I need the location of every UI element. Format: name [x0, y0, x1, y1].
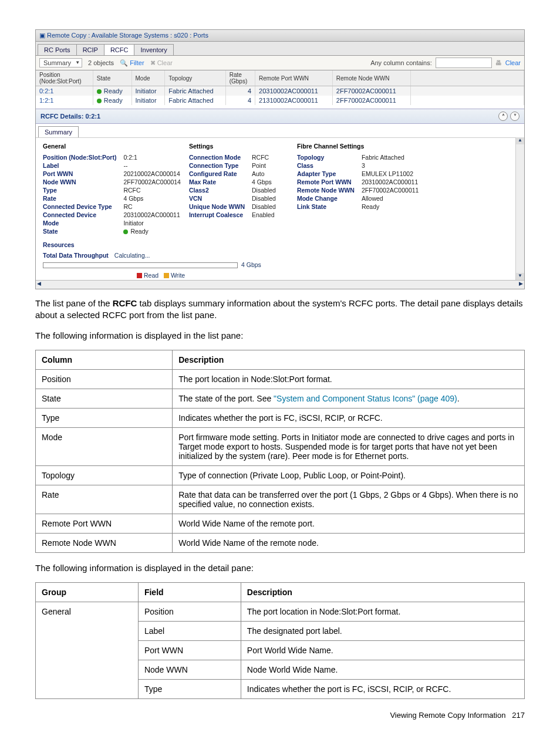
- vertical-scrollbar[interactable]: ▲ ▼: [515, 137, 524, 280]
- tab-rcip[interactable]: RCIP: [76, 44, 104, 55]
- grid-row[interactable]: 0:2:1 Ready Initiator Fabric Attached 4 …: [36, 86, 524, 96]
- page-footer: Viewing Remote Copy Information 217: [35, 711, 525, 720]
- view-dropdown[interactable]: Summary ▼: [39, 58, 82, 67]
- throughput-scale: 4 Gbps: [241, 261, 261, 268]
- table-row: Remote Port WWNWorld Wide Name of the re…: [36, 514, 525, 533]
- col-rate[interactable]: Rate(Gbps): [225, 70, 255, 86]
- col-topology[interactable]: Topology: [165, 70, 225, 86]
- paragraph-3: The following information is displayed i…: [35, 562, 525, 574]
- filter-link[interactable]: 🔍 Filter: [120, 59, 144, 67]
- table-row: RateRate that data can be transferred ov…: [36, 485, 525, 514]
- any-column-contains-label: Any column contains:: [370, 59, 432, 66]
- grid-row[interactable]: 1:2:1 Ready Initiator Fabric Attached 4 …: [36, 96, 524, 105]
- table-row: ModePort firmware mode setting. Ports in…: [36, 427, 525, 465]
- group-cell: General: [36, 602, 139, 699]
- col-header-field: Field: [138, 583, 241, 602]
- table-row: State The state of the port. See "System…: [36, 389, 525, 408]
- view-dropdown-label: Summary: [43, 59, 71, 66]
- collapse-up-icon[interactable]: ˄: [498, 112, 508, 121]
- legend-write-swatch: [164, 273, 169, 278]
- clear-link-disabled: ✖ Clear: [150, 59, 173, 67]
- toolbar: Summary ▼ 2 objects 🔍 Filter ✖ Clear Any…: [36, 55, 524, 70]
- fcs-section: Fibre Channel Settings Topology Class Ad…: [297, 143, 432, 235]
- resources-section: Resources Total Data Throughput Calculat…: [36, 238, 524, 280]
- col-header-column: Column: [36, 350, 173, 369]
- legend-read-swatch: [137, 273, 142, 278]
- detail-pane-table: Group Field Description General Position…: [35, 582, 525, 699]
- tdt-label: Total Data Throughput: [43, 252, 109, 259]
- detail-subtabs: Summary: [36, 124, 524, 137]
- col-header-group: Group: [36, 583, 139, 602]
- tdt-value: Calculating...: [114, 252, 150, 259]
- tab-rc-ports[interactable]: RC Ports: [38, 44, 77, 55]
- table-row: Remote Node WWNWorld Wide Name of the re…: [36, 533, 525, 552]
- table-row: TopologyType of connection (Private Loop…: [36, 465, 525, 485]
- paragraph-1: The list pane of the RCFC tab displays s…: [35, 298, 525, 322]
- table-row: PositionThe port location in Node:Slot:P…: [36, 369, 525, 389]
- col-header-description: Description: [173, 350, 525, 369]
- general-heading: General: [43, 143, 181, 150]
- clear-link[interactable]: Clear: [505, 59, 521, 66]
- list-pane-table: Column Description PositionThe port loca…: [35, 350, 525, 553]
- col-header-description2: Description: [241, 583, 524, 602]
- tab-rcfc[interactable]: RCFC: [104, 44, 135, 55]
- window-title: ▣Remote Copy : Available Storage Systems…: [36, 30, 524, 42]
- settings-heading: Settings: [189, 143, 289, 150]
- tab-inventory[interactable]: Inventory: [134, 44, 173, 55]
- throughput-bar: [43, 262, 238, 268]
- col-remote-port-wwn[interactable]: Remote Port WWN: [255, 70, 333, 86]
- col-state[interactable]: State: [93, 70, 131, 86]
- paragraph-2: The following information is displayed i…: [35, 330, 525, 342]
- settings-section: Settings Connection Mode Connection Type…: [189, 143, 289, 235]
- status-ready-icon: Ready: [97, 97, 123, 104]
- main-tabs: RC Ports RCIP RCFC Inventory: [36, 42, 524, 55]
- horizontal-scrollbar[interactable]: ◀ ▶: [36, 280, 524, 289]
- general-section: General Position (Node:Slot:Port) Label …: [43, 143, 181, 235]
- col-mode[interactable]: Mode: [131, 70, 165, 86]
- subtab-summary[interactable]: Summary: [38, 126, 79, 137]
- table-row: TypeIndicates whether the port is FC, iS…: [36, 408, 525, 427]
- export-icon[interactable]: 🖶: [495, 59, 502, 66]
- status-ready-icon: Ready: [123, 228, 148, 235]
- fcs-heading: Fibre Channel Settings: [297, 143, 432, 150]
- screenshot-frame: ▣Remote Copy : Available Storage Systems…: [35, 29, 525, 289]
- ports-grid: Position(Node:Slot:Port) State Mode Topo…: [36, 70, 524, 105]
- status-ready-icon: Ready: [97, 87, 123, 94]
- details-titlebar: RCFC Details: 0:2:1 ˄ ˅: [36, 109, 524, 124]
- details-panel: General Position (Node:Slot:Port) Label …: [36, 137, 524, 238]
- col-remote-node-wwn[interactable]: Remote Node WWN: [332, 70, 410, 86]
- status-icons-link[interactable]: "System and Component Status Icons" (pag…: [274, 394, 457, 403]
- any-column-contains-input[interactable]: [436, 58, 492, 68]
- object-count: 2 objects: [88, 59, 114, 66]
- table-row: General PositionThe port location in Nod…: [36, 602, 525, 622]
- collapse-down-icon[interactable]: ˅: [510, 112, 519, 121]
- col-spacer: [411, 70, 524, 86]
- col-position[interactable]: Position(Node:Slot:Port): [36, 70, 93, 86]
